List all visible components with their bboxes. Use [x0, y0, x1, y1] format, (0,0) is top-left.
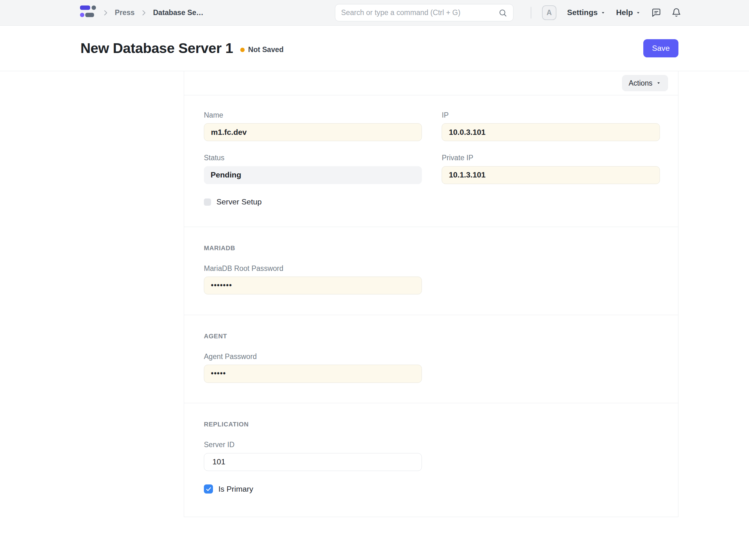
save-button[interactable]: Save — [643, 39, 679, 57]
page-title: New Database Server 1 — [80, 40, 233, 56]
server-setup-checkbox-row[interactable]: Server Setup — [204, 197, 658, 206]
section-basic: Name IP Status Pending Private IP — [184, 95, 678, 227]
field-private-ip: Private IP — [442, 154, 660, 184]
section-mariadb: MARIADB MariaDB Root Password — [184, 244, 678, 316]
navbar-actions: A Settings Help — [531, 5, 681, 20]
field-agent-password: Agent Password — [204, 352, 658, 383]
save-status: Not Saved — [240, 45, 283, 54]
status-label: Status — [204, 154, 422, 162]
server-setup-label: Server Setup — [216, 197, 262, 206]
caret-down-icon — [601, 10, 605, 15]
chevron-right-icon — [140, 8, 148, 17]
settings-label: Settings — [567, 8, 598, 17]
bell-icon[interactable] — [671, 8, 681, 18]
ip-label: IP — [442, 111, 660, 120]
agent-heading: AGENT — [204, 333, 658, 340]
command-search[interactable] — [335, 4, 513, 22]
private-ip-label: Private IP — [442, 154, 660, 162]
mariadb-root-password-label: MariaDB Root Password — [204, 264, 658, 273]
check-icon — [206, 486, 212, 492]
actions-button[interactable]: Actions — [622, 75, 668, 91]
top-navbar: Press Database Se… A Settings Help — [0, 0, 749, 26]
page-header: New Database Server 1 Not Saved Save — [0, 26, 749, 71]
name-label: Name — [204, 111, 422, 120]
form-card: Actions Name IP Status Pending — [184, 71, 679, 517]
status-value: Pending — [204, 166, 422, 184]
server-setup-checkbox[interactable] — [204, 198, 211, 206]
name-input[interactable] — [204, 123, 422, 141]
breadcrumb-database-servers[interactable]: Database Se… — [153, 8, 204, 17]
is-primary-label: Is Primary — [218, 485, 253, 494]
agent-password-label: Agent Password — [204, 352, 658, 361]
ip-input[interactable] — [442, 123, 660, 141]
unsaved-dot — [240, 48, 245, 52]
server-id-label: Server ID — [204, 440, 658, 449]
search-input[interactable] — [341, 8, 499, 17]
field-name: Name — [204, 111, 422, 142]
card-toolbar: Actions — [184, 71, 678, 95]
section-replication: REPLICATION Server ID Is Primary — [184, 421, 678, 517]
mariadb-heading: MARIADB — [204, 244, 658, 252]
actions-label: Actions — [628, 79, 652, 87]
field-status: Status Pending — [204, 154, 422, 184]
settings-menu[interactable]: Settings — [567, 8, 605, 17]
is-primary-checkbox-row[interactable]: Is Primary — [204, 484, 658, 494]
mariadb-root-password-input[interactable] — [204, 277, 422, 295]
breadcrumb: Press Database Se… — [80, 5, 204, 20]
chevron-right-icon — [101, 8, 110, 17]
field-server-id: Server ID — [204, 440, 658, 471]
caret-down-icon — [656, 81, 661, 85]
search-icon — [498, 8, 507, 17]
is-primary-checkbox[interactable] — [204, 484, 213, 494]
agent-password-input[interactable] — [204, 365, 422, 383]
help-label: Help — [616, 8, 633, 17]
app-logo[interactable] — [80, 5, 97, 20]
field-mariadb-root-password: MariaDB Root Password — [204, 264, 658, 295]
server-id-input[interactable] — [204, 453, 422, 471]
divider — [531, 7, 531, 19]
unsaved-label: Not Saved — [248, 45, 283, 54]
caret-down-icon — [636, 10, 641, 15]
announcements-icon[interactable] — [651, 8, 661, 18]
field-ip: IP — [442, 111, 660, 142]
replication-heading: REPLICATION — [204, 421, 658, 428]
section-agent: AGENT Agent Password — [184, 333, 678, 404]
help-menu[interactable]: Help — [616, 8, 641, 17]
private-ip-input[interactable] — [442, 166, 660, 184]
main-content: Actions Name IP Status Pending — [0, 71, 749, 517]
breadcrumb-press[interactable]: Press — [115, 8, 134, 17]
avatar[interactable]: A — [542, 5, 556, 20]
